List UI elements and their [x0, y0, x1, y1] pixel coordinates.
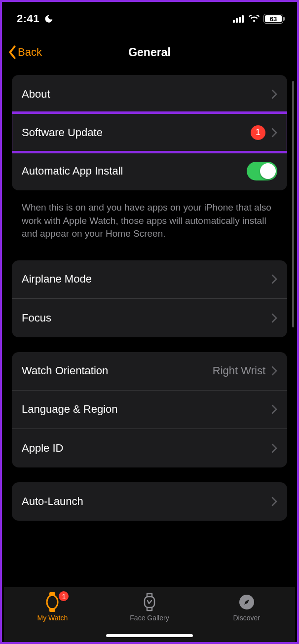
svg-point-4 — [47, 595, 58, 609]
row-language-region[interactable]: Language & Region — [12, 391, 287, 429]
settings-content[interactable]: About Software Update 1 Automatic App In… — [2, 75, 297, 521]
svg-rect-0 — [233, 20, 235, 23]
row-apple-id[interactable]: Apple ID — [12, 429, 287, 467]
notification-badge: 1 — [251, 125, 265, 140]
row-focus[interactable]: Focus — [12, 299, 287, 337]
back-label: Back — [18, 46, 42, 59]
row-label: Watch Orientation — [22, 364, 213, 377]
row-automatic-app-install[interactable]: Automatic App Install — [12, 152, 287, 190]
chevron-right-icon — [271, 366, 277, 376]
cellular-signal-icon — [233, 15, 245, 23]
compass-icon — [237, 592, 257, 612]
row-label: Focus — [22, 312, 271, 324]
row-auto-launch[interactable]: Auto-Launch — [12, 482, 287, 521]
status-right: 63 — [233, 14, 283, 24]
row-value: Right Wrist — [213, 364, 265, 377]
row-label: Software Update — [22, 126, 251, 139]
wifi-icon — [249, 15, 260, 23]
row-label: Auto-Launch — [22, 495, 271, 508]
settings-group-modes: Airplane Mode Focus — [12, 260, 287, 337]
row-about[interactable]: About — [12, 75, 287, 113]
battery-icon: 63 — [263, 14, 283, 24]
notification-badge: 1 — [58, 590, 70, 602]
row-label: About — [22, 88, 271, 101]
row-label: Language & Region — [22, 403, 271, 416]
status-bar: 2:41 63 — [2, 2, 297, 33]
do-not-disturb-icon — [43, 14, 53, 24]
row-label: Apple ID — [22, 442, 271, 455]
tab-face-gallery[interactable]: Face Gallery — [112, 592, 187, 622]
tab-discover[interactable]: Discover — [210, 592, 284, 622]
tab-label: Discover — [233, 614, 260, 622]
svg-rect-1 — [236, 18, 238, 23]
scrollbar[interactable] — [292, 81, 294, 327]
nav-bar: Back General — [2, 33, 297, 75]
chevron-right-icon — [271, 404, 277, 414]
chevron-right-icon — [271, 313, 277, 323]
tab-my-watch[interactable]: My Watch 1 — [15, 592, 89, 622]
status-left: 2:41 — [17, 12, 53, 25]
home-indicator[interactable] — [106, 634, 193, 637]
tab-bar: My Watch 1 Face Gallery Discover — [4, 587, 295, 642]
row-label: Airplane Mode — [22, 273, 271, 286]
row-airplane-mode[interactable]: Airplane Mode — [12, 260, 287, 299]
settings-group-autolaunch: Auto-Launch — [12, 482, 287, 521]
page-title: General — [2, 46, 297, 59]
status-time: 2:41 — [17, 12, 39, 25]
svg-rect-6 — [49, 608, 55, 612]
chevron-right-icon — [271, 89, 277, 99]
tab-label: My Watch — [37, 614, 68, 622]
settings-group-general: About Software Update 1 Automatic App In… — [12, 75, 287, 190]
chevron-right-icon — [271, 274, 277, 284]
tab-label: Face Gallery — [130, 614, 169, 622]
battery-level: 63 — [264, 14, 283, 23]
chevron-right-icon — [271, 443, 277, 453]
chevron-right-icon — [271, 128, 277, 138]
toggle-switch[interactable] — [247, 162, 277, 180]
settings-group-device: Watch Orientation Right Wrist Language &… — [12, 352, 287, 467]
svg-rect-5 — [49, 592, 55, 596]
back-button[interactable]: Back — [8, 45, 42, 59]
svg-rect-2 — [239, 17, 241, 23]
row-software-update[interactable]: Software Update 1 — [12, 113, 287, 152]
row-watch-orientation[interactable]: Watch Orientation Right Wrist — [12, 352, 287, 391]
row-label: Automatic App Install — [22, 165, 247, 178]
group-footer-text: When this is on and you have apps on you… — [12, 194, 287, 241]
watch-face-icon — [140, 592, 159, 612]
svg-rect-3 — [242, 15, 244, 23]
chevron-right-icon — [271, 497, 277, 506]
